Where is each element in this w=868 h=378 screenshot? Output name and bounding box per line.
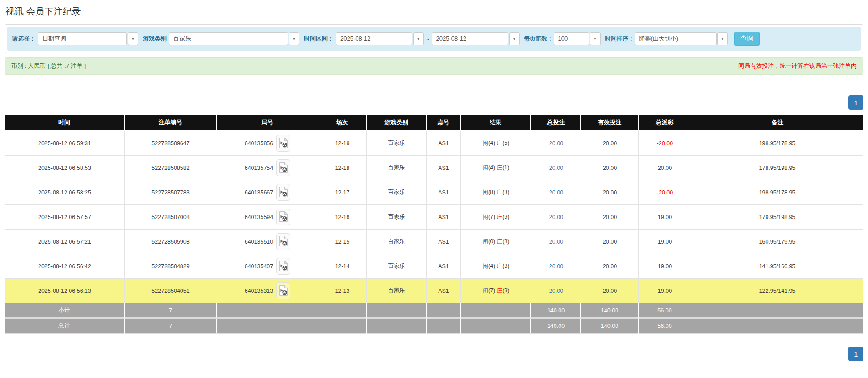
table-row: 2025-08-12 06:57:21 522728505908 6401355…: [5, 230, 863, 254]
table-body: 2025-08-12 06:59:31 522728509647 6401358…: [5, 131, 863, 303]
time-sort-dropdown-button[interactable]: ▼: [717, 32, 728, 45]
game-type-dropdown-button[interactable]: ▼: [289, 32, 299, 45]
cell-total-bet: 20.00: [531, 180, 581, 205]
cell-round-id: 640135754: [217, 156, 318, 180]
total-payout: 56.00: [639, 319, 691, 334]
banker-result-score: (3): [502, 189, 509, 195]
cell-valid-bet: 20.00: [581, 279, 639, 303]
table-footer: 小计 7 140.00 140.00 56.00 总计 7 140.00 140…: [5, 303, 863, 334]
player-result-label: 闲: [482, 164, 488, 171]
page-size-combobox: 100 ▼: [554, 32, 601, 45]
cell-table-no: AS1: [427, 254, 461, 279]
player-result-label: 闲: [482, 238, 488, 245]
table-row: 2025-08-12 06:57:57 522728507008 6401355…: [5, 205, 863, 230]
table-row: 2025-08-12 06:56:42 522728504829 6401354…: [5, 254, 863, 279]
caret-down-icon: ▼: [417, 37, 420, 41]
video-replay-button[interactable]: [276, 209, 290, 225]
page-size-dropdown-button[interactable]: ▼: [590, 32, 601, 45]
date-to-dropdown-button[interactable]: ▼: [509, 32, 520, 45]
round-id-text: 640135510: [245, 239, 273, 245]
cell-round-id: 640135856: [217, 131, 318, 156]
cell-game-type: 百家乐: [367, 230, 427, 254]
caret-down-icon: ▼: [593, 37, 597, 41]
round-id-text: 640135407: [245, 263, 273, 270]
video-replay-button[interactable]: [276, 233, 290, 250]
caret-down-icon: ▼: [721, 37, 724, 41]
cell-game-type: 百家乐: [367, 156, 427, 180]
cell-remark: 141.95/160.95: [691, 254, 863, 279]
total-bet-link[interactable]: 20.00: [549, 263, 563, 270]
page-size-label: 每页笔数 :: [524, 35, 551, 43]
round-id-text: 640135856: [245, 140, 273, 147]
total-bet-link[interactable]: 20.00: [549, 288, 563, 294]
video-replay-button[interactable]: [276, 258, 290, 275]
total-bet-link[interactable]: 20.00: [549, 189, 563, 196]
cell-result: 闲(0) 庄(8): [461, 230, 531, 254]
select-type-label: 请选择：: [12, 35, 35, 43]
time-sort-input[interactable]: 降幂(由大到小): [635, 32, 717, 45]
search-button[interactable]: 查询: [734, 32, 760, 46]
cell-total-bet: 20.00: [531, 156, 581, 180]
cell-result: 闲(8) 庄(3): [461, 180, 531, 205]
page-container: 视讯 会员下注纪录 请选择： 日期查询 ▼ 游戏类别 百家乐 ▼ 时间区间： 2…: [5, 0, 863, 361]
video-replay-button[interactable]: [276, 135, 290, 152]
player-result-label: 闲: [482, 287, 488, 294]
player-result-label: 闲: [482, 263, 488, 269]
page-1-button[interactable]: 1: [848, 347, 863, 361]
valid-bet-notice-text: 同局有效投注，统一计算在该局第一张注单内: [738, 62, 857, 70]
date-to-combobox: 2025-08-12 ▼: [432, 32, 520, 45]
subtotal-label: 小计: [5, 303, 125, 319]
round-id-text: 640135594: [245, 214, 273, 220]
date-to-input[interactable]: 2025-08-12: [432, 32, 508, 45]
cell-bet-id: 522728508582: [125, 156, 217, 180]
video-replay-button[interactable]: [276, 159, 290, 176]
total-bet-link[interactable]: 20.00: [549, 140, 563, 147]
cell-payout: -20.00: [639, 131, 691, 156]
game-type-label: 游戏类别: [143, 35, 167, 43]
header-remark: 备注: [691, 115, 863, 131]
cell-game-type: 百家乐: [367, 205, 427, 230]
cell-table-no: AS1: [427, 156, 461, 180]
cell-result: 闲(7) 庄(9): [461, 279, 531, 303]
query-type-input[interactable]: 日期查询: [38, 32, 127, 45]
cell-table-no: AS1: [427, 205, 461, 230]
cell-time: 2025-08-12 06:57:57: [5, 205, 125, 230]
cell-result: 闲(7) 庄(9): [461, 205, 531, 230]
header-result: 结果: [461, 115, 531, 131]
page-1-button[interactable]: 1: [848, 95, 863, 110]
cell-round-id: 640135510: [217, 230, 318, 254]
player-result-score: (0): [488, 238, 495, 245]
date-from-dropdown-button[interactable]: ▼: [413, 32, 424, 45]
table-row: 2025-08-12 06:58:25 522728507783 6401356…: [5, 180, 863, 205]
page-size-input[interactable]: 100: [554, 32, 589, 45]
cell-remark: 198.95/178.95: [691, 180, 863, 205]
cell-game-type: 百家乐: [367, 131, 427, 156]
total-bet-link[interactable]: 20.00: [549, 214, 563, 220]
round-id-text: 640135667: [245, 189, 273, 196]
header-game-type: 游戏类别: [367, 115, 427, 131]
header-total-bet: 总投注: [531, 115, 581, 131]
subtotal-valid-bet: 140.00: [581, 303, 639, 319]
video-clip-icon: [279, 186, 288, 199]
player-result-score: (4): [488, 140, 495, 146]
cell-session: 12-13: [318, 279, 367, 303]
filter-panel: 请选择： 日期查询 ▼ 游戏类别 百家乐 ▼ 时间区间： 2025-08-12 …: [5, 24, 863, 53]
cell-table-no: AS1: [427, 131, 461, 156]
game-type-input[interactable]: 百家乐: [169, 32, 288, 45]
header-session: 场次: [318, 115, 367, 131]
cell-total-bet: 20.00: [531, 254, 581, 279]
player-result-score: (7): [488, 214, 495, 220]
date-from-input[interactable]: 2025-08-12: [336, 32, 412, 45]
cell-session: 12-16: [318, 205, 367, 230]
cell-result: 闲(4) 庄(1): [461, 156, 531, 180]
cell-remark: 122.95/141.95: [691, 279, 863, 303]
video-replay-button[interactable]: [276, 184, 290, 201]
cell-payout: 19.00: [639, 279, 691, 303]
total-bet-link[interactable]: 20.00: [549, 239, 563, 245]
video-clip-icon: [279, 162, 288, 174]
banker-result-label: 庄: [497, 164, 503, 171]
video-replay-button[interactable]: [276, 282, 290, 299]
video-clip-icon: [279, 260, 288, 273]
total-bet-link[interactable]: 20.00: [549, 165, 563, 171]
query-type-dropdown-button[interactable]: ▼: [128, 32, 138, 45]
